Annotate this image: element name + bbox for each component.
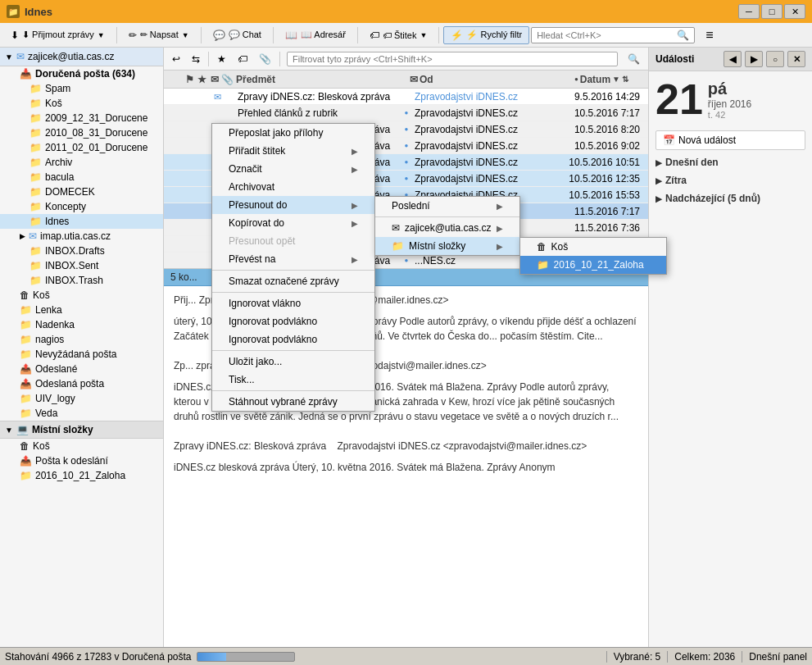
filter-input[interactable] (287, 52, 618, 66)
cm-tisk[interactable]: Tisk... (212, 371, 374, 389)
prijmout-menu[interactable]: ⬇ ⬇ Přijmout zprávy ▼ (3, 26, 112, 44)
filter-search-button[interactable]: 🔍 (623, 51, 645, 67)
col-flag-header[interactable]: ⚑ (185, 74, 197, 85)
col-subject-header[interactable]: Předmět (233, 74, 406, 85)
sidebar-item-domecek[interactable]: 📁 DOMECEK (0, 184, 163, 199)
sidebar-item-inbox-drafts[interactable]: 📁 INBOX.Drafts (0, 244, 163, 258)
ssm-zaloha[interactable]: 📁 2016_10_21_Zaloha (520, 256, 666, 274)
rp-section-today-title[interactable]: ▶ Dnešní den (655, 157, 805, 168)
cm-prevest-wrapper: Převést na ▶ (212, 250, 374, 268)
close-button[interactable]: ✕ (784, 4, 805, 19)
new-event-button[interactable]: 📅 Nová událost (655, 130, 805, 150)
sidebar-item-bacula[interactable]: 📁 bacula (0, 170, 163, 184)
sidebar-item-nadenka[interactable]: 📁 Nadenka (0, 317, 163, 332)
lenka-label: Lenka (35, 304, 62, 316)
sidebar-item-posta-k-odeslani[interactable]: 📤 Pošta k odeslání (0, 453, 163, 468)
sidebar-item-idnes[interactable]: 📁 Idnes (0, 214, 163, 229)
sidebar-item-kos1[interactable]: 📁 Koš (0, 96, 163, 111)
nagios-label: nagios (35, 334, 64, 345)
col-attach-header[interactable]: 📎 (221, 74, 233, 85)
preview-body-3: iDNES.cz blesková zpráva Úterý, 10. květ… (174, 460, 638, 475)
sidebar-item-archiv[interactable]: 📁 Archiv (0, 155, 163, 170)
cm-priradit[interactable]: Přiřadit štitek ▶ (212, 142, 374, 160)
tag-button[interactable]: 🏷 (233, 51, 252, 67)
sm-mistni[interactable]: 📁 Místní složky ▶ 🗑 Koš 📁 2016_10_21_Zal… (375, 237, 519, 255)
sidebar-item-odeslana-posta[interactable]: 📤 Odeslaná pošta (0, 376, 163, 391)
rp-section-tomorrow-title[interactable]: ▶ Zítra (655, 175, 805, 186)
cm-ignorovat-vlakno[interactable]: Ignorovat vlákno (212, 294, 374, 312)
cm-archivovat[interactable]: Archivovat (212, 178, 374, 196)
rp-next-button[interactable]: ▶ (745, 51, 763, 67)
sidebar-item-nagios[interactable]: 📁 nagios (0, 332, 163, 347)
rp-prev-button[interactable]: ◀ (724, 51, 742, 67)
sidebar-item-odeslane[interactable]: 📤 Odeslané (0, 362, 163, 376)
cm-preposlat[interactable]: Přeposlat jako přílohy (212, 124, 374, 142)
cm-smazat[interactable]: Smazat označené zprávy (212, 272, 374, 290)
titlebar-left: 📁 Idnes (7, 5, 52, 18)
titlebar: 📁 Idnes ─ □ ✕ (0, 0, 812, 23)
idnes-label: Idnes (45, 216, 69, 227)
sidebar-item-2009[interactable]: 📁 2009_12_31_Dorucene (0, 111, 163, 125)
sidebar-item-veda[interactable]: 📁 Veda (0, 406, 163, 421)
col-date-header[interactable]: ● Datum ▼ ⇅ (538, 74, 645, 85)
hamburger-menu[interactable]: ≡ (698, 25, 720, 46)
month-year: říjen 2016 (708, 98, 751, 110)
sm-zajicek[interactable]: ✉ zajicek@utia.cas.cz ▶ (375, 219, 519, 237)
sidebar-item-local-kos[interactable]: 🗑 Koš (0, 439, 163, 453)
attach-icon: 📎 (259, 53, 271, 65)
cm-ignorovat-podvlakno[interactable]: Ignorovat podvlákno (212, 312, 374, 330)
local-section-label: Místní složky (32, 424, 93, 435)
sidebar-item-zaloha[interactable]: 📁 2016_10_21_Zaloha (0, 468, 163, 483)
cm-prevest[interactable]: Převést na ▶ (212, 250, 374, 268)
cm-kopirovat[interactable]: Kopírovat do ▶ (212, 214, 374, 232)
reply-button[interactable]: ↩ (167, 51, 185, 67)
panel-label: Dnešní panel (749, 651, 807, 663)
sidebar-item-imap[interactable]: ▶ ✉ imap.utia.cas.cz (0, 229, 163, 244)
cm-ulozit[interactable]: Uložit jako... (212, 353, 374, 371)
col-star-header[interactable]: ★ (197, 74, 210, 85)
attach-button[interactable]: 📎 (254, 51, 276, 67)
sidebar-item-koncepty[interactable]: 📁 Koncepty (0, 199, 163, 214)
filter-search[interactable] (287, 52, 618, 66)
sidebar-item-inbox-sent[interactable]: 📁 INBOX.Sent (0, 258, 163, 273)
search-input[interactable] (537, 30, 677, 40)
minimize-button[interactable]: ─ (738, 4, 760, 19)
cm-ignorovat-podvlakno2[interactable]: Ignorovat podvlákno (212, 330, 374, 348)
col-from-header[interactable]: ✉ Od (406, 74, 538, 85)
ssm-kos[interactable]: 🗑 Koš (520, 238, 666, 256)
stitek-menu[interactable]: 🏷 🏷 Štitek ▼ (362, 26, 435, 44)
sidebar-item-spam[interactable]: 📁 Spam (0, 81, 163, 96)
local-folders-header[interactable]: ▼ 💻 Místní složky (0, 421, 163, 439)
cm-stahnout[interactable]: Stáhnout vybrané zprávy (212, 393, 374, 411)
sidebar-item-uiv[interactable]: 📁 UIV_logy (0, 391, 163, 406)
chat-menu[interactable]: 💬 💬 Chat (206, 26, 269, 44)
account-header[interactable]: ▼ ✉ zajicek@utia.cas.cz (0, 48, 163, 66)
sidebar-item-lenka[interactable]: 📁 Lenka (0, 303, 163, 317)
table-row[interactable]: ✉ Zpravy iDNES.cz: Blesková zpráva Zprav… (164, 89, 648, 105)
quick-filter-button[interactable]: ⚡ ⚡ Rychlý filtr (443, 26, 529, 44)
rp-section-upcoming-title[interactable]: ▶ Nadcházející (5 dnů) (655, 193, 805, 204)
sidebar-item-nevyzadana[interactable]: 📁 Nevyžádaná pošta (0, 347, 163, 362)
forward-button[interactable]: ⇆ (187, 51, 205, 67)
local-expand-icon: ▼ (5, 426, 13, 435)
rp-close-button[interactable]: ✕ (787, 51, 805, 67)
sidebar-item-kos2[interactable]: 🗑 Koš (0, 288, 163, 303)
sidebar-item-2011[interactable]: 📁 2011_02_01_Dorucene (0, 140, 163, 155)
sm-posledni[interactable]: Poslední ▶ (375, 197, 519, 215)
table-row[interactable]: Přehled článků z rubrik ● Zpravodajstvi … (164, 105, 648, 121)
rp-settings-button[interactable]: ○ (766, 51, 784, 67)
cm-presunout-do[interactable]: Přesunout do ▶ Poslední ▶ ✉ zajicek@utia… (212, 196, 374, 214)
inbox-icon: 📥 (20, 68, 32, 80)
star-button[interactable]: ★ (212, 51, 231, 67)
maximize-button[interactable]: □ (761, 4, 783, 19)
cm-oznacit[interactable]: Označit ▶ (212, 160, 374, 178)
sidebar-item-inbox[interactable]: 📥 Doručená pošta (634) (0, 66, 163, 81)
napsat-menu[interactable]: ✏ ✏ Napsat ▼ (121, 26, 197, 44)
sidebar-item-2010[interactable]: 📁 2010_08_31_Dorucene (0, 125, 163, 140)
col-read-header[interactable]: ✉ (211, 74, 221, 85)
sidebar-item-inbox-trash[interactable]: 📁 INBOX.Trash (0, 273, 163, 288)
cm-priradit-label: Přiřadit štitek (229, 145, 285, 157)
selected-count: Vybrané: 5 (614, 651, 661, 663)
adresar-menu[interactable]: 📖 📖 Adresář (278, 26, 353, 44)
search-box[interactable]: 🔍 (531, 27, 695, 43)
